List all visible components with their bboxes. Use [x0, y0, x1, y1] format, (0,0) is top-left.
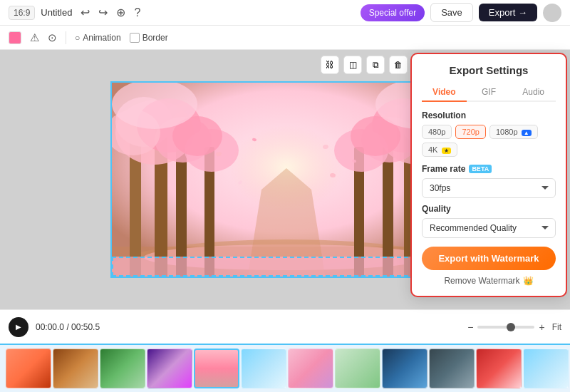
res-1080p[interactable]: 1080p ▲: [489, 125, 538, 139]
timeline-thumb-1[interactable]: [6, 349, 51, 388]
timeline-thumb-7[interactable]: [288, 349, 333, 388]
panel-tabs: Video GIF Audio: [422, 83, 556, 102]
res-480p[interactable]: 480p: [422, 125, 452, 139]
document-title[interactable]: Untitled: [41, 7, 72, 18]
mini-toolbar: ⛓ ◫ ⧉ 🗑: [321, 56, 408, 74]
avatar[interactable]: [543, 4, 561, 22]
main-area: ↻ ⛓ ◫ ⧉ 🗑 Export Settings Video GIF Audi…: [0, 50, 570, 309]
tab-gif[interactable]: GIF: [467, 83, 512, 100]
toolbar-divider: [66, 31, 66, 44]
special-offer-button[interactable]: Special offer: [361, 4, 425, 21]
bottom-controls: ▶ 00:00.0 / 00:50.5 − + Fit: [0, 309, 570, 344]
export-watermark-button[interactable]: Export with Watermark: [422, 247, 556, 270]
toolbar: ⚠ ⊙ ○ Animation Border: [0, 26, 570, 50]
export-button[interactable]: Export →: [479, 4, 537, 21]
link-button[interactable]: ⛓: [321, 56, 339, 74]
settings-icon[interactable]: ⊙: [48, 31, 57, 44]
zoom-in-button[interactable]: +: [539, 321, 544, 333]
save-button[interactable]: Save: [430, 3, 473, 22]
frame-rate-label: Frame rate BETA: [422, 164, 556, 174]
timeline-track: [0, 345, 570, 392]
layers-button[interactable]: ◫: [343, 56, 362, 74]
timeline-thumb-10[interactable]: [429, 349, 475, 388]
timeline-thumb-11[interactable]: [476, 349, 522, 388]
1080p-badge: ▲: [522, 130, 532, 136]
res-4k[interactable]: 4K ★: [422, 143, 457, 157]
copy-button[interactable]: ⧉: [366, 56, 385, 74]
target-button[interactable]: ⊕: [113, 4, 128, 21]
timeline-thumb-2[interactable]: [53, 349, 98, 388]
top-bar-left: 16:9 Untitled ↩ ↪ ⊕ ?: [9, 4, 353, 21]
warning-icon: ⚠: [30, 31, 39, 44]
remove-watermark[interactable]: Remove Watermark 👑: [422, 276, 556, 286]
delete-button[interactable]: 🗑: [389, 56, 408, 74]
tab-video[interactable]: Video: [422, 83, 467, 102]
resolution-label: Resolution: [422, 110, 556, 120]
redo-button[interactable]: ↪: [95, 4, 110, 21]
timeline-thumb-9[interactable]: [382, 349, 428, 388]
export-panel: Export Settings Video GIF Audio Resoluti…: [410, 53, 567, 297]
canvas-svg: [112, 83, 460, 278]
border-checkbox[interactable]: [130, 33, 140, 43]
quality-label: Quality: [422, 204, 556, 214]
border-label[interactable]: Border: [130, 33, 168, 43]
aspect-ratio[interactable]: 16:9: [9, 6, 35, 20]
timeline-thumb-12[interactable]: [523, 349, 569, 388]
zoom-out-button[interactable]: −: [467, 321, 473, 333]
quality-select[interactable]: Recommended Quality High Quality Low Qua…: [422, 218, 556, 238]
cherry-scene: ↻: [112, 83, 458, 277]
animation-icon: ○: [75, 33, 80, 43]
zoom-slider[interactable]: [477, 326, 534, 329]
color-swatch[interactable]: [9, 31, 21, 44]
help-button[interactable]: ?: [131, 4, 143, 21]
4k-badge: ★: [442, 148, 451, 154]
resolution-options: 480p 720p 1080p ▲ 4K ★: [422, 125, 556, 157]
rotate-handle[interactable]: ↻: [281, 276, 290, 278]
panel-title: Export Settings: [422, 64, 556, 76]
timeline-thumb-8[interactable]: [335, 349, 380, 388]
res-720p[interactable]: 720p: [455, 125, 485, 139]
undo-button[interactable]: ↩: [78, 4, 93, 21]
timeline: [0, 344, 570, 392]
time-display: 00:00.0 / 00:50.5: [36, 322, 100, 332]
play-button[interactable]: ▶: [9, 317, 28, 337]
undo-redo-group: ↩ ↪ ⊕ ?: [78, 4, 143, 21]
top-bar-right: Special offer Save Export →: [361, 3, 561, 22]
beta-badge: BETA: [469, 165, 492, 173]
tab-audio[interactable]: Audio: [511, 83, 556, 100]
zoom-controls: − +: [467, 321, 544, 333]
timeline-thumb-4[interactable]: [147, 349, 192, 388]
timeline-thumb-5[interactable]: [194, 349, 239, 388]
selected-overlay: [112, 257, 458, 277]
timeline-thumb-3[interactable]: [100, 349, 145, 388]
timeline-thumb-6[interactable]: [241, 349, 286, 388]
canvas-image: ↻: [110, 81, 460, 278]
frame-rate-select[interactable]: 30fps 24fps 60fps: [422, 178, 556, 198]
fit-button[interactable]: Fit: [552, 322, 561, 332]
animation-label[interactable]: ○ Animation: [75, 33, 121, 43]
top-bar: 16:9 Untitled ↩ ↪ ⊕ ? Special offer Save…: [0, 0, 570, 26]
